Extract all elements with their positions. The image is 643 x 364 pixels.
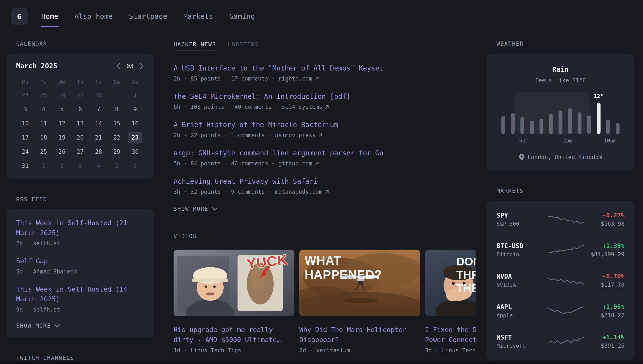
news-feed-tab[interactable]: LOBSTERS bbox=[228, 41, 259, 50]
calendar-day: 7 bbox=[92, 103, 106, 115]
market-ticker: NVDA bbox=[496, 273, 547, 280]
video-thumbnail[interactable]: DON'TTHROWTHEM bbox=[425, 250, 475, 316]
rss-item: Self Gap 5d · Ahmad Shadeed bbox=[16, 256, 144, 275]
video-title-link[interactable]: Why Did The Mars Helicopter Disappear? bbox=[299, 325, 420, 345]
market-name: Apple bbox=[496, 312, 547, 318]
page-bottom-edge bbox=[0, 362, 643, 364]
news-feed-tabs: HACKER NEWSLOBSTERS bbox=[174, 41, 475, 50]
rss-item-title-link[interactable]: This Week in Self-Hosted (21 March 2025) bbox=[16, 218, 144, 238]
video-thumbnail[interactable]: WHAT HAPPENED? bbox=[299, 250, 420, 316]
calendar-day: 5 bbox=[55, 103, 69, 115]
calendar-day: 25 bbox=[37, 146, 51, 158]
news-item-title-link[interactable]: Achieving Great Privacy with Safari bbox=[174, 177, 318, 186]
weather-hour-bar bbox=[558, 110, 562, 134]
weather-now-temp: 12° bbox=[594, 93, 603, 99]
news-item-title-link[interactable]: The SeL4 Microkernel: An Introduction [p… bbox=[174, 92, 351, 100]
rss-show-more-button[interactable]: SHOW MORE bbox=[16, 322, 60, 329]
market-sparkline bbox=[547, 244, 584, 256]
video-card: WHAT HAPPENED? Why Did The Mars Helicopt… bbox=[299, 250, 420, 354]
news-item-meta: 6h · 108 points · 40 comments · sel4.sys… bbox=[174, 104, 475, 110]
market-change: -0.27% bbox=[584, 212, 624, 219]
chevron-down-icon bbox=[55, 324, 60, 328]
market-ticker: BTC-USD bbox=[496, 242, 547, 250]
news-item: A USB Interface to the "Mother of All De… bbox=[174, 64, 475, 82]
twitch-heading: TWITCH CHANNELS bbox=[7, 355, 154, 361]
weather-hour-bar bbox=[511, 113, 515, 134]
news-feed-tab[interactable]: HACKER NEWS bbox=[174, 41, 216, 50]
chevron-right-icon[interactable] bbox=[139, 62, 144, 70]
calendar-day: 22 bbox=[110, 132, 124, 144]
chevron-left-icon[interactable] bbox=[116, 62, 121, 70]
market-row[interactable]: AAPL Apple +1.95% $218.27 bbox=[496, 296, 624, 326]
rss-item-meta: 5d · Ahmad Shadeed bbox=[16, 268, 144, 275]
rss-item-title-link[interactable]: Self Gap bbox=[16, 256, 144, 266]
market-change: -0.70% bbox=[584, 273, 624, 280]
nav-tab[interactable]: Also home bbox=[74, 0, 113, 33]
rss-item-title-link[interactable]: This Week in Self-Hosted (14 March 2025) bbox=[16, 284, 144, 304]
calendar-day-header: Mo bbox=[22, 79, 28, 85]
external-link-icon[interactable] bbox=[325, 105, 329, 109]
calendar-heading: CALENDAR bbox=[7, 40, 154, 47]
news-item-title-link[interactable]: argp: GNU-style command line argument pa… bbox=[174, 149, 383, 157]
app-logo[interactable]: G bbox=[11, 8, 28, 25]
market-change: +1.95% bbox=[584, 303, 624, 310]
calendar-day: 20 bbox=[73, 132, 87, 144]
thumbnail-overlay-line: DON'T bbox=[456, 255, 475, 268]
market-row[interactable]: SPY S&P 500 -0.27% $563.98 bbox=[496, 204, 624, 234]
calendar-day: 13 bbox=[73, 117, 87, 129]
calendar-day: 18 bbox=[37, 132, 51, 144]
video-thumbnail[interactable]: YUCK bbox=[174, 250, 294, 316]
nav-tab[interactable]: Home bbox=[41, 0, 59, 33]
news-show-more-button[interactable]: SHOW MORE bbox=[174, 206, 217, 212]
top-nav: G HomeAlso homeStartpageMarketsGaming bbox=[0, 0, 643, 33]
calendar-day: 11 bbox=[37, 117, 51, 129]
weather-hour-bar bbox=[530, 121, 534, 134]
weather-heading: WEATHER bbox=[487, 40, 634, 47]
weather-location-label: London, United Kingdom bbox=[527, 154, 602, 160]
calendar-day: 24 bbox=[18, 89, 33, 101]
news-item-meta-text: 2h · 85 points · 17 comments · righto.co… bbox=[174, 76, 312, 82]
market-ticker: MSFT bbox=[496, 334, 547, 341]
news-item-title-link[interactable]: A Brief History of the Miracle Bacterium bbox=[174, 121, 338, 129]
video-title-link[interactable]: His upgrade got me really dirty - AMD $5… bbox=[174, 325, 294, 345]
market-quote-block: +1.39% $84,999.29 bbox=[584, 242, 624, 258]
external-link-icon[interactable] bbox=[325, 190, 329, 194]
market-price: $218.27 bbox=[584, 312, 624, 318]
calendar-day: 28 bbox=[92, 146, 106, 158]
weather-widget: Rain Feels like 11°C 12° 6am2pm10pm Lond… bbox=[487, 54, 634, 170]
nav-tab[interactable]: Gaming bbox=[229, 0, 255, 33]
calendar-day: 1 bbox=[37, 160, 51, 172]
weather-hour-bar bbox=[616, 123, 619, 134]
calendar-day: 26 bbox=[55, 146, 69, 158]
thumbnail-overlay-text: WHAT HAPPENED? bbox=[305, 254, 420, 282]
center-column: HACKER NEWSLOBSTERS A USB Interface to t… bbox=[174, 40, 475, 361]
external-link-icon[interactable] bbox=[318, 133, 322, 137]
news-item-title-link[interactable]: A USB Interface to the "Mother of All De… bbox=[174, 64, 383, 72]
external-link-icon[interactable] bbox=[315, 76, 319, 81]
nav-tab[interactable]: Markets bbox=[183, 0, 214, 33]
thumbnail-overlay-line: THROW bbox=[456, 268, 475, 281]
calendar-header: March 2025 03 bbox=[16, 62, 144, 70]
weather-hourly-chart: 12° bbox=[499, 94, 621, 134]
market-row[interactable]: MSFT Microsoft +1.14% $391.26 bbox=[496, 326, 624, 356]
weather-hour-bar bbox=[520, 117, 524, 134]
dashboard: CALENDAR March 2025 03 MoTuWeThFrSaSu 24… bbox=[0, 33, 643, 361]
rss-item: This Week in Self-Hosted (21 March 2025)… bbox=[16, 218, 144, 246]
calendar-widget: March 2025 03 MoTuWeThFrSaSu 24252627281… bbox=[7, 54, 154, 178]
market-row[interactable]: BTC-USD Bitcoin +1.39% $84,999.29 bbox=[496, 234, 624, 265]
calendar-day: 1 bbox=[110, 89, 124, 101]
external-link-icon[interactable] bbox=[315, 161, 319, 166]
calendar-day-header: Su bbox=[132, 79, 138, 85]
calendar-day-header: We bbox=[59, 79, 65, 85]
left-column: CALENDAR March 2025 03 MoTuWeThFrSaSu 24… bbox=[7, 40, 154, 361]
market-name: Bitcoin bbox=[496, 251, 547, 258]
location-pin-icon bbox=[519, 154, 524, 160]
show-more-label: SHOW MORE bbox=[174, 206, 209, 212]
market-row[interactable]: NVDA NVIDIA -0.70% $117.70 bbox=[496, 265, 624, 296]
market-sparkline bbox=[547, 305, 584, 317]
video-title-link[interactable]: I Fixed the 5090's Biggest Power Connect… bbox=[425, 325, 475, 345]
calendar-day: 23 bbox=[128, 132, 142, 144]
nav-tab[interactable]: Startpage bbox=[128, 0, 168, 33]
markets-widget: SPY S&P 500 -0.27% $563.98 BTC-USD Bitco… bbox=[487, 201, 634, 360]
news-item-meta-text: 5h · 84 points · 46 comments · github.co… bbox=[174, 160, 312, 167]
